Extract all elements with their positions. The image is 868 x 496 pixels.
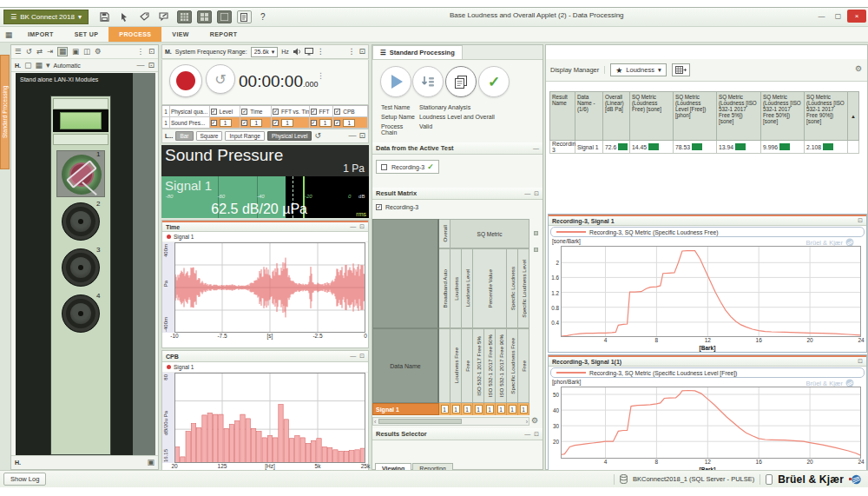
matrix-scrollbar[interactable]: ‹ › bbox=[372, 417, 529, 426]
pin-icon[interactable]: ⊡ bbox=[358, 48, 365, 56]
column-header[interactable]: SQ Metric (Loudness [ISO 532-1 2017 Free… bbox=[805, 91, 848, 141]
expand-button[interactable] bbox=[534, 248, 538, 252]
minimize-icon[interactable]: — bbox=[136, 62, 144, 69]
matrix-header-cell[interactable]: ISO 532-1 2017 Free 5% bbox=[473, 328, 484, 403]
active-test-section-header[interactable]: Data from the Active Test — bbox=[372, 142, 542, 155]
column-header[interactable]: Result Name bbox=[549, 91, 575, 141]
column-header[interactable]: SQ Metric (Loudness [ISO 532-1 2017 Free… bbox=[761, 91, 805, 141]
input-port-4[interactable] bbox=[62, 294, 100, 333]
columns-icon[interactable]: ◫ bbox=[83, 48, 90, 56]
tab-set-up[interactable]: SET UP bbox=[64, 27, 109, 42]
matrix-header-cell[interactable]: Overall bbox=[439, 219, 450, 248]
layout-split-icon[interactable] bbox=[197, 10, 212, 23]
side-tab-standard-processing[interactable]: Standard Processing bbox=[0, 55, 10, 169]
minimize-icon[interactable]: — bbox=[524, 190, 530, 197]
level-button-bar[interactable]: Bar bbox=[175, 131, 193, 141]
more-icon[interactable]: ⋮ bbox=[347, 48, 355, 56]
database-label[interactable]: BKConnect2018_1 (SQL Server - PULSE) bbox=[633, 475, 754, 483]
matrix-value-cell[interactable]: 1 bbox=[518, 403, 529, 415]
speaker-icon[interactable] bbox=[293, 48, 301, 56]
signal-name-cell[interactable]: Signal 1 bbox=[372, 403, 439, 415]
input-port-3[interactable] bbox=[62, 248, 100, 287]
matrix-value-cell[interactable]: 1 bbox=[450, 403, 462, 415]
freq-range-select[interactable]: 25.6k▾ bbox=[251, 47, 279, 57]
ribbon-launcher-icon[interactable]: ▦ bbox=[0, 27, 17, 42]
matrix-value-cell[interactable]: 1 bbox=[496, 403, 507, 415]
app-menu-button[interactable]: ☰ BK Connect 2018 ▾ bbox=[3, 10, 89, 24]
minimize-icon[interactable]: — bbox=[348, 132, 356, 140]
tag-icon[interactable] bbox=[137, 10, 152, 23]
preset-select[interactable]: ★ Loudness ▾ bbox=[610, 63, 666, 76]
checkbox-icon[interactable]: ✓ bbox=[334, 109, 340, 115]
matrix-value-cell[interactable]: 1 bbox=[473, 403, 484, 415]
swap-icon[interactable]: ⇄ bbox=[36, 48, 43, 56]
function-header[interactable]: ✓FFT vs. Tin bbox=[272, 106, 310, 116]
copy-icon[interactable]: ▣ bbox=[72, 48, 79, 56]
pin-icon[interactable]: ⊡ bbox=[148, 62, 155, 69]
matrix-value-cell[interactable]: 1 bbox=[507, 403, 518, 415]
expand-button[interactable] bbox=[534, 231, 538, 235]
maximize-button[interactable]: ▢ bbox=[831, 10, 845, 23]
matrix-recording-row[interactable]: ✓ Recording-3 bbox=[372, 202, 422, 212]
matrix-value-cell[interactable]: 1 bbox=[484, 403, 496, 415]
channel-row[interactable]: 1Sound Pres...✓1✓1✓1✓1✓1 bbox=[162, 117, 368, 129]
column-header[interactable]: SQ Metric (Loudness [ISO 532-1 2017 Free… bbox=[717, 91, 761, 141]
function-enable-cell[interactable]: ✓1 bbox=[272, 117, 310, 128]
input-port-2[interactable] bbox=[62, 202, 100, 241]
matrix-header-cell[interactable]: ISO 532-1 2017 Free 90% bbox=[496, 328, 507, 403]
scroll-left-icon[interactable]: ‹ bbox=[374, 419, 376, 425]
matrix-header-cell[interactable]: Specific Loudness bbox=[507, 248, 518, 328]
pin-icon[interactable]: ⊡ bbox=[148, 48, 155, 56]
minimize-icon[interactable]: — bbox=[533, 145, 539, 151]
process-chain-button[interactable] bbox=[445, 66, 477, 97]
gear-icon[interactable]: ⚙ bbox=[531, 416, 538, 425]
chart-panel-header[interactable]: Recording-3, Signal 1 ⊡ bbox=[549, 215, 866, 226]
layout-grid-icon[interactable] bbox=[177, 10, 192, 23]
popout-icon[interactable]: ▣ bbox=[147, 459, 155, 466]
cpb-chart-header[interactable]: CPB —⊡ bbox=[162, 351, 368, 362]
matrix-value-cell[interactable]: 1 bbox=[439, 403, 450, 415]
recording-chip[interactable]: Recording-3 ✓ bbox=[376, 160, 439, 174]
wrench-icon[interactable]: ⚙ bbox=[855, 64, 862, 73]
function-enable-cell[interactable]: ✓1 bbox=[310, 117, 334, 128]
minimize-button[interactable]: — bbox=[814, 10, 829, 23]
matrix-header-cell[interactable] bbox=[439, 328, 450, 403]
checkbox-icon[interactable]: ✓ bbox=[311, 120, 317, 126]
more-icon[interactable]: ⋮ bbox=[136, 48, 144, 56]
function-header[interactable]: ✓FFT bbox=[310, 106, 334, 116]
checkbox-icon[interactable]: ✓ bbox=[241, 120, 247, 126]
sort-icon[interactable]: ▲ bbox=[848, 91, 859, 141]
undo-icon[interactable]: ↺ bbox=[314, 132, 321, 140]
report-icon[interactable] bbox=[237, 10, 252, 23]
rewind-button[interactable]: ↺ bbox=[206, 64, 235, 94]
pin-icon[interactable]: ⊡ bbox=[534, 190, 539, 197]
time-chart-header[interactable]: Time —⊡ bbox=[162, 221, 368, 232]
chevron-down-icon[interactable]: ▾ bbox=[46, 62, 50, 69]
matrix-header-cell[interactable]: Percentile Value bbox=[473, 248, 507, 328]
grid-view-icon[interactable]: ▦ bbox=[57, 47, 68, 56]
level-button-physical-level[interactable]: Physical Level bbox=[267, 131, 312, 141]
annotate-icon[interactable] bbox=[157, 10, 172, 23]
pointer-icon[interactable] bbox=[117, 10, 132, 23]
matrix-header-cell[interactable]: SQ Metric bbox=[450, 219, 529, 248]
monitor-icon[interactable] bbox=[305, 48, 313, 56]
close-button[interactable]: × bbox=[847, 10, 866, 23]
checkbox-icon[interactable]: ✓ bbox=[376, 204, 382, 210]
function-header[interactable]: ✓Level bbox=[210, 106, 241, 116]
matrix-header-cell[interactable]: Free bbox=[462, 328, 473, 403]
pin-icon[interactable]: ⊡ bbox=[858, 217, 863, 224]
chart-panel-header[interactable]: Recording-3, Signal 1(1) ⊡ bbox=[549, 355, 866, 367]
tab-standard-processing[interactable]: ☰ Standard Processing bbox=[372, 45, 463, 59]
function-enable-cell[interactable]: ✓1 bbox=[333, 117, 368, 128]
checkbox-icon[interactable]: ✓ bbox=[334, 120, 340, 126]
function-enable-cell[interactable]: ✓1 bbox=[240, 117, 272, 128]
checkbox-icon[interactable]: ✓ bbox=[241, 109, 247, 115]
minimize-icon[interactable]: — bbox=[350, 223, 356, 230]
column-header[interactable]: Data Name - (1/6) bbox=[575, 91, 603, 141]
matrix-header-cell[interactable]: Loudness bbox=[450, 248, 462, 328]
matrix-header-cell[interactable]: Specific Loudness Level bbox=[518, 248, 529, 328]
matrix-icon[interactable]: ▢ bbox=[24, 62, 32, 69]
minimize-icon[interactable]: — bbox=[524, 431, 530, 438]
column-header[interactable]: SQ Metric (Loudness Free) [sone] bbox=[630, 91, 674, 141]
results-table-row[interactable]: Recording-3Signal 172.614.4578.5313.949.… bbox=[549, 141, 859, 154]
